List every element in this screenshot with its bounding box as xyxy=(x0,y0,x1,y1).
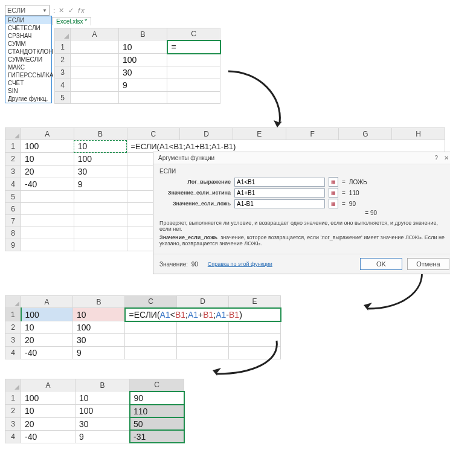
spreadsheet-grid-3[interactable]: A B C D E 1 100 10 =ЕСЛИ(A1<B1;A1+B1;A1-… xyxy=(5,295,281,359)
accept-icon[interactable]: ✓ xyxy=(68,7,75,14)
cell[interactable] xyxy=(125,347,177,359)
col-header[interactable]: D xyxy=(180,128,233,140)
dropdown-item[interactable]: Другие функц. xyxy=(5,95,51,103)
cell[interactable] xyxy=(229,334,281,347)
cell[interactable]: 20 xyxy=(21,334,73,347)
cancel-button[interactable]: Отмена xyxy=(407,258,449,270)
name-box[interactable]: ЕСЛИ ▼ xyxy=(5,5,50,16)
cell-formula-editing[interactable]: =ЕСЛИ(A1<B1;A1+B1;A1-B1) xyxy=(125,308,281,321)
arg-input[interactable] xyxy=(234,188,325,198)
cell[interactable]: -40 xyxy=(21,347,73,359)
col-header[interactable]: B xyxy=(73,296,125,308)
row-header[interactable]: 4 xyxy=(5,430,21,443)
cell[interactable]: 10 xyxy=(21,153,74,166)
dropdown-item[interactable]: ГИПЕРССЫЛКА xyxy=(5,71,51,79)
col-header[interactable]: A xyxy=(21,379,76,391)
cell[interactable] xyxy=(74,215,127,227)
cell[interactable] xyxy=(74,227,127,239)
function-dropdown[interactable]: ЕСЛИ СЧЁТЕСЛИ СРЗНАЧ СУММ СТАНДОТКЛОН СУ… xyxy=(5,16,52,103)
cell[interactable] xyxy=(74,191,127,203)
row-header[interactable]: 6 xyxy=(5,203,21,215)
col-header[interactable]: D xyxy=(177,296,229,308)
dropdown-item[interactable]: SIN xyxy=(5,87,51,95)
cell-fill-result[interactable]: 50 xyxy=(130,417,184,430)
range-picker-icon[interactable]: ▦ xyxy=(329,199,338,208)
cell-ref-highlight-a[interactable]: 100 xyxy=(21,308,73,321)
cell[interactable] xyxy=(177,321,229,334)
function-arguments-dialog[interactable]: Аргументы функции ? ✕ ЕСЛИ Лог_выражение… xyxy=(153,152,450,274)
cell[interactable] xyxy=(125,321,177,334)
cell-selected[interactable]: 90 xyxy=(130,391,184,405)
col-header[interactable]: C xyxy=(130,379,184,391)
col-header[interactable]: C xyxy=(127,128,180,140)
cell[interactable] xyxy=(71,92,119,104)
cell[interactable] xyxy=(21,227,74,239)
cell[interactable] xyxy=(21,215,74,227)
cell-ref-highlight-b[interactable]: 10 xyxy=(73,308,125,321)
select-all-corner[interactable] xyxy=(5,379,21,391)
cell[interactable]: 100 xyxy=(21,391,76,405)
col-header[interactable]: C xyxy=(125,296,177,308)
col-header[interactable]: A xyxy=(21,128,74,140)
row-header[interactable]: 1 xyxy=(5,140,21,153)
row-header[interactable]: 3 xyxy=(5,334,21,347)
dropdown-item[interactable]: СРЗНАЧ xyxy=(5,32,51,40)
row-header[interactable]: 7 xyxy=(5,215,21,227)
cell[interactable]: 30 xyxy=(76,417,130,430)
range-picker-icon[interactable]: ▦ xyxy=(329,177,338,187)
cell[interactable]: 100 xyxy=(21,140,74,153)
row-header[interactable]: 2 xyxy=(5,405,21,418)
row-header[interactable]: 9 xyxy=(5,239,21,251)
cell[interactable]: 20 xyxy=(21,166,74,178)
cell-marching-ants[interactable]: 10 xyxy=(74,140,127,153)
cell[interactable]: 30 xyxy=(73,334,125,347)
cell[interactable] xyxy=(167,66,220,79)
row-header[interactable]: 1 xyxy=(55,40,71,54)
row-header[interactable]: 2 xyxy=(55,54,71,66)
row-header[interactable]: 2 xyxy=(5,153,21,166)
cell[interactable] xyxy=(71,40,119,54)
arg-input[interactable] xyxy=(234,178,325,187)
row-header[interactable]: 3 xyxy=(5,417,21,430)
cell[interactable]: 30 xyxy=(119,66,167,79)
cell[interactable] xyxy=(167,92,220,104)
cell[interactable]: 9 xyxy=(74,178,127,191)
cell-editing[interactable]: = xyxy=(167,40,220,54)
row-header[interactable]: 1 xyxy=(5,308,21,321)
row-header[interactable]: 1 xyxy=(5,391,21,405)
cell[interactable] xyxy=(71,66,119,79)
select-all-corner[interactable] xyxy=(5,128,21,140)
workbook-tab[interactable]: Excel.xlsx * xyxy=(52,17,91,25)
col-header[interactable]: H xyxy=(392,128,445,140)
ok-button[interactable]: OK xyxy=(360,258,402,270)
cell-fill-result[interactable]: -31 xyxy=(130,430,184,443)
cell[interactable] xyxy=(229,321,281,334)
cell[interactable]: 10 xyxy=(21,405,76,418)
cell[interactable]: 9 xyxy=(73,347,125,359)
dropdown-item[interactable]: ЕСЛИ xyxy=(5,16,51,24)
cell[interactable]: 100 xyxy=(74,153,127,166)
col-header[interactable]: G xyxy=(339,128,392,140)
dropdown-item[interactable]: СУММ xyxy=(5,40,51,48)
help-link[interactable]: Справка по этой функции xyxy=(208,261,272,267)
dropdown-item[interactable]: МАКС xyxy=(5,63,51,71)
row-header[interactable]: 4 xyxy=(55,79,71,92)
fx-icon[interactable]: fx xyxy=(78,7,86,14)
row-header[interactable]: 5 xyxy=(5,191,21,203)
cell[interactable]: 100 xyxy=(119,54,167,66)
cell[interactable] xyxy=(21,191,74,203)
cell[interactable]: 100 xyxy=(73,321,125,334)
row-header[interactable]: 8 xyxy=(5,227,21,239)
cell-fill-result[interactable]: 110 xyxy=(130,405,184,418)
cell[interactable]: 10 xyxy=(76,391,130,405)
cell[interactable]: 20 xyxy=(21,417,76,430)
select-all-corner[interactable] xyxy=(5,296,21,308)
dropdown-item[interactable]: СЧЁТЕСЛИ xyxy=(5,24,51,32)
col-header[interactable]: C xyxy=(167,28,220,40)
help-icon[interactable]: ? xyxy=(432,155,440,161)
cell[interactable] xyxy=(177,334,229,347)
cell[interactable]: 9 xyxy=(76,430,130,443)
spreadsheet-grid-4[interactable]: A B C 1 100 10 90 2 10 100 110 3 20 30 5… xyxy=(5,379,185,443)
range-picker-icon[interactable]: ▦ xyxy=(329,188,338,198)
arg-input[interactable] xyxy=(234,199,325,208)
